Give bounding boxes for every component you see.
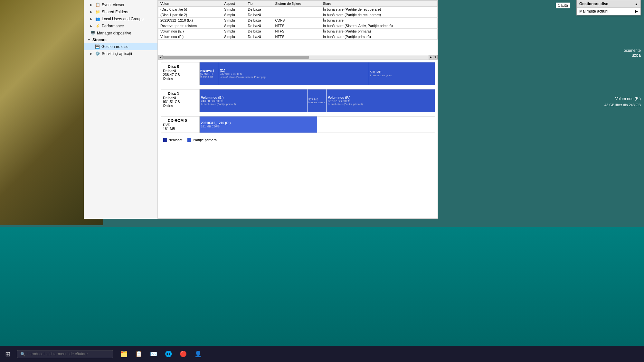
cell-aspect: Simplu	[222, 29, 246, 34]
disk0-part1[interactable]: Rezervat | 50 MB NTI În bună sta	[200, 62, 218, 85]
cell-stare: În bună stare (Partiție de recuperare)	[321, 7, 437, 12]
scroll-track[interactable]	[163, 56, 428, 59]
disk0-part2-sublabel: 237,90 GB NTFS	[220, 72, 367, 76]
cdrom0-type: DVD	[163, 123, 197, 127]
cdrom0-row: — CD-ROM 0 DVD 181 MB 20210312_1210 (D:)…	[161, 116, 435, 133]
disk1-part1[interactable]: Volum nou (E:) 243,58 GB NTFS În bună st…	[200, 89, 308, 112]
disk1-part3-label: Volum nou (F:)	[328, 96, 433, 99]
taskbar-icon-browser[interactable]: 🌐	[162, 346, 175, 362]
sidebar-item-local-users[interactable]: ▶ 👥 Local Users and Groups	[84, 15, 157, 23]
cell-aspect: Simplu	[222, 7, 246, 12]
sidebar-item-shared-folders[interactable]: ▶ 📁 Shared Folders	[84, 8, 157, 15]
float-volume-e-label: Volum nou (E:)	[615, 97, 641, 101]
taskbar-icon-files[interactable]: 🗂️	[117, 346, 131, 362]
cdrom0-name: CD-ROM 0	[168, 118, 187, 123]
float-volume-e-detail: 43 GB liber din 243 GB	[604, 103, 641, 107]
disk1-part1-sublabel: 243,58 GB NTFS	[201, 99, 306, 103]
disk1-part2-sublabel: 577 MB	[308, 98, 326, 101]
disk0-dash: —	[163, 65, 166, 69]
horizontal-scrollbar[interactable]: ◀ ▶ ▼	[158, 55, 438, 60]
expand-arrow-sf: ▶	[90, 10, 93, 14]
cell-fs	[273, 7, 321, 12]
taskbar-icon-mail[interactable]: ✉️	[147, 346, 160, 362]
cell-volum: Volum nou (E:)	[158, 29, 222, 34]
expand-arrow-stocare: ▼	[88, 38, 91, 42]
performance-icon: ⚡	[95, 23, 100, 29]
cell-stare: În bună stare (Partiție primară)	[321, 34, 437, 40]
disk0-part1-sublabel: 50 MB NTI	[200, 72, 217, 75]
disk1-status: Online	[163, 104, 197, 107]
cdrom0-part1[interactable]: 20210312_1210 (D:) 181 MB CDFS	[200, 116, 317, 133]
action-menu-more-actions[interactable]: Mai multe acțiuni ▶	[577, 8, 640, 15]
col-fs: Sistem de fișiere	[273, 1, 321, 7]
disk1-part1-status: În bună stare (Partiție primară),	[201, 103, 306, 106]
taskbar-icon-user[interactable]: 👤	[191, 346, 205, 362]
cdrom0-dash: —	[163, 119, 166, 123]
cell-aspect: Simplu	[222, 23, 246, 29]
cdrom0-bar: 20210312_1210 (D:) 181 MB CDFS	[200, 116, 435, 133]
table-row[interactable]: Volum nou (F:) Simplu De bază NTFS În bu…	[158, 34, 438, 40]
table-row[interactable]: 20210312_1210 (D:) Simplu De bază CDFS Î…	[158, 18, 438, 23]
expand-arrow-lu: ▶	[90, 17, 93, 21]
sidebar-label-gestionare: Gestionare disc	[101, 44, 128, 49]
taskbar-search-container[interactable]: 🔍	[17, 350, 113, 358]
cdrom0-part1-label: 20210312_1210 (D:)	[201, 121, 316, 125]
cell-stare: În bună stare (Partiție de recuperare)	[321, 12, 437, 18]
sidebar-label-servicii: Servicii și aplicații	[102, 51, 132, 56]
scroll-left-button[interactable]: ◀	[158, 55, 163, 60]
disk-table-container[interactable]: Volum Aspect Tip Sistem de fișiere Stare…	[158, 0, 438, 55]
legend-partitie-label: Partiție primară	[193, 138, 217, 142]
cdrom0-size: 181 MB	[163, 127, 197, 131]
disk0-type: De bază	[163, 69, 197, 73]
disk0-part2[interactable]: (C:) 237,90 GB NTFS În bună stare (Porni…	[218, 62, 369, 85]
sidebar-item-stocare[interactable]: ▼ Stocare	[84, 37, 157, 43]
sidebar-item-event-viewer[interactable]: ▶ 📋 Event Viewer	[84, 1, 157, 8]
disk1-part3[interactable]: Volum nou (F:) 687,37 GB NTFS În bună st…	[327, 89, 435, 112]
table-row[interactable]: (Disc 0 partiție 5) Simplu De bază În bu…	[158, 7, 438, 12]
legend: Nealocat Partiție primară	[161, 137, 435, 143]
cell-tip: De bază	[246, 34, 273, 40]
disk-visual-area[interactable]: — Disc 0 De bază 238,47 GB Online Rezerv…	[158, 60, 438, 217]
scroll-thumb	[163, 56, 309, 59]
cell-tip: De bază	[246, 12, 273, 18]
taskbar-icon-notes[interactable]: 📋	[132, 346, 146, 362]
cell-tip: De bază	[246, 7, 273, 12]
sidebar-item-gestionare-disc[interactable]: 💾 Gestionare disc	[84, 43, 157, 50]
taskbar-icon-red[interactable]: 🔴	[176, 346, 190, 362]
col-tip: Tip	[246, 1, 273, 7]
table-row[interactable]: (Disc 1 partiție 2) Simplu De bază În bu…	[158, 12, 438, 18]
col-stare: Stare	[321, 1, 437, 7]
cell-tip: De bază	[246, 18, 273, 23]
float-volume-e: Volum nou (E:)	[615, 97, 641, 101]
local-users-icon: 👥	[95, 16, 100, 22]
disk1-part2[interactable]: 577 MB În bună stare I	[308, 89, 327, 112]
action-menu-expand[interactable]: ▲	[635, 2, 638, 6]
taskbar-search-input[interactable]	[27, 352, 110, 356]
legend-partitie-box	[187, 138, 191, 142]
sidebar-item-manager-dispozitive[interactable]: 🖥️ Manager dispozitive	[84, 30, 157, 37]
sidebar-item-performance[interactable]: ▶ ⚡ Performance	[84, 23, 157, 30]
shared-folders-icon: 📁	[95, 9, 100, 14]
cell-fs: NTFS	[273, 29, 321, 34]
cell-tip: De bază	[246, 29, 273, 34]
disk0-part2-status: În bună stare (Pornire sistem, Fisier pa…	[220, 76, 367, 79]
disk1-size: 931,51 GB	[163, 100, 197, 104]
disk0-part3-status: În bună stare (Parti	[370, 74, 433, 77]
float-music: uzică	[632, 53, 641, 58]
disk0-label: — Disc 0 De bază 238,47 GB Online	[161, 62, 200, 85]
sidebar-item-servicii[interactable]: ▶ ⚙️ Servicii și aplicații	[84, 50, 157, 57]
disk0-part3[interactable]: 531 MB În bună stare (Parti	[369, 62, 435, 85]
action-menu-header: Gestionare disc ▲	[577, 0, 640, 8]
sidebar-label-stocare: Stocare	[92, 38, 107, 42]
cell-volum: 20210312_1210 (D:)	[158, 18, 222, 23]
table-row[interactable]: Volum nou (E:) Simplu De bază NTFS În bu…	[158, 29, 438, 34]
taskbar: ⊞ 🔍 🗂️ 📋 ✉️ 🌐 🔴 👤	[0, 346, 644, 362]
main-content: Volum Aspect Tip Sistem de fișiere Stare…	[158, 0, 438, 219]
table-row[interactable]: Rezervat pentru sistem Simplu De bază NT…	[158, 23, 438, 29]
scroll-down-button[interactable]: ▼	[433, 55, 438, 60]
scroll-right-button[interactable]: ▶	[429, 55, 433, 60]
disk0-bar: Rezervat | 50 MB NTI În bună sta (C:) 23…	[200, 62, 435, 85]
cell-volum: (Disc 0 partiție 5)	[158, 7, 222, 12]
start-button[interactable]: ⊞	[0, 346, 15, 362]
cell-volum: (Disc 1 partiție 2)	[158, 12, 222, 18]
